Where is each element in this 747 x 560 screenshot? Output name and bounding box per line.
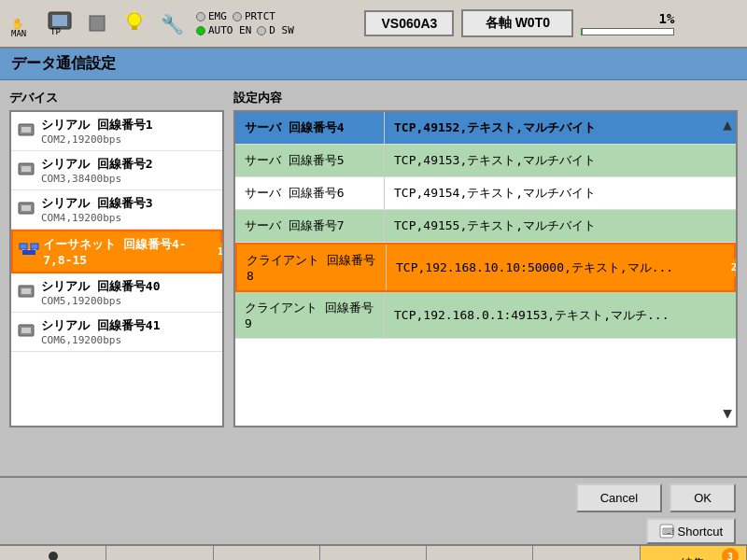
settings-panel-label: 設定内容 <box>233 90 738 106</box>
light-icon <box>118 7 151 40</box>
serial-icon-1 <box>17 120 35 143</box>
row-2-name: サーバ 回線番号6 <box>235 177 385 209</box>
device-name-41: シリアル 回線番号41 <box>41 317 160 334</box>
device-name-2: シリアル 回線番号2 <box>41 156 153 173</box>
device-sub-1: COM2,19200bps <box>41 133 153 146</box>
device-sub-2: COM3,38400bps <box>41 173 153 185</box>
wrench-icon: 🔧 <box>155 7 189 40</box>
device-name-40: シリアル 回線番号40 <box>41 278 160 295</box>
row-5-name: クライアント 回線番号9 <box>235 292 385 338</box>
settings-table: サーバ 回線番号4 TCP,49152,テキスト,マルチバイト サーバ 回線番号… <box>233 110 738 427</box>
row-2-value: TCP,49154,テキスト,マルチバイト <box>385 177 736 209</box>
device-info-3: シリアル 回線番号3 COM4,19200bps <box>41 195 153 224</box>
f3-key[interactable] <box>320 546 427 560</box>
percent-fill <box>582 29 583 35</box>
percent-area: 1% <box>581 11 674 35</box>
stop-button[interactable] <box>80 7 114 40</box>
svg-line-10 <box>125 15 127 17</box>
serial-icon-2 <box>17 160 35 182</box>
svg-text:TP: TP <box>50 27 61 36</box>
svg-rect-20 <box>22 250 35 255</box>
toolbar: ✋ MAN TP 🔧 EMG <box>0 0 747 49</box>
f4-key[interactable] <box>427 546 533 560</box>
funckey-bar: SHIFT 編集 3 <box>0 544 747 560</box>
d-sw-indicator: D SW <box>257 24 294 36</box>
ethernet-info: イーサネット 回線番号4-7,8-15 <box>43 236 215 267</box>
scroll-up-icon[interactable]: ▲ <box>723 116 732 133</box>
svg-rect-27 <box>21 328 31 333</box>
f6-edit-key[interactable]: 編集 3 <box>641 546 747 560</box>
shift-dot <box>49 552 58 561</box>
row-1-name: サーバ 回線番号5 <box>235 145 385 176</box>
scroll-down-icon[interactable]: ▼ <box>723 404 732 422</box>
tp-button[interactable]: TP <box>43 7 77 40</box>
svg-point-6 <box>128 13 141 26</box>
badge-2: 2 <box>725 259 738 277</box>
svg-line-9 <box>142 15 144 17</box>
settings-row-5[interactable]: クライアント 回線番号9 TCP,192.168.0.1:49153,テキスト,… <box>235 292 736 339</box>
device-item-serial41[interactable]: シリアル 回線番号41 COM6,19200bps <box>11 313 222 352</box>
device-name-3: シリアル 回線番号3 <box>41 195 153 212</box>
device-item-serial1[interactable]: シリアル 回線番号1 COM2,19200bps <box>11 112 222 151</box>
row-5-value: TCP,192.168.0.1:49153,テキスト,マルチ... <box>385 300 736 331</box>
row-3-name: サーバ 回線番号7 <box>235 210 385 242</box>
svg-rect-25 <box>21 288 31 294</box>
row-4-name: クライアント 回線番号8 <box>237 245 387 290</box>
header-value: TCP,49152,テキスト,マルチバイト <box>385 112 736 144</box>
svg-rect-15 <box>21 166 31 172</box>
f1-key[interactable] <box>106 546 213 560</box>
device-sub-40: COM5,19200bps <box>41 295 160 307</box>
ethernet-icon <box>19 241 37 263</box>
f5-key[interactable] <box>533 546 640 560</box>
shortcut-icon: ⌨ <box>659 524 674 539</box>
axis-button[interactable]: 各軸 W0T0 <box>461 9 573 37</box>
device-item-serial40[interactable]: シリアル 回線番号40 COM5,19200bps <box>11 273 222 313</box>
row-4-value: TCP,192.168.10.10:50000,テキスト,マル... <box>387 252 734 284</box>
f2-key[interactable] <box>214 546 320 560</box>
emg-indicator: EMG <box>196 10 227 22</box>
row-3-value: TCP,49155,テキスト,マルチバイト <box>385 210 736 242</box>
svg-rect-3 <box>52 15 67 26</box>
settings-row-1[interactable]: サーバ 回線番号5 TCP,49153,テキスト,マルチバイト <box>235 145 736 177</box>
status-group: EMG PRTCT AUTO EN D SW <box>196 10 294 36</box>
ok-button[interactable]: OK <box>669 483 736 512</box>
settings-header-row[interactable]: サーバ 回線番号4 TCP,49152,テキスト,マルチバイト <box>235 112 736 145</box>
man-button[interactable]: ✋ MAN <box>6 7 39 40</box>
device-info-40: シリアル 回線番号40 COM5,19200bps <box>41 278 160 307</box>
toolbar-center: VS060A3 各軸 W0T0 1% <box>364 9 674 37</box>
settings-row-2[interactable]: サーバ 回線番号6 TCP,49154,テキスト,マルチバイト <box>235 177 736 210</box>
percent-bar <box>581 28 674 35</box>
device-info-2: シリアル 回線番号2 COM3,38400bps <box>41 156 153 185</box>
header-name: サーバ 回線番号4 <box>235 112 385 144</box>
svg-rect-13 <box>21 127 31 133</box>
device-panel: デバイス シリアル 回線番号1 COM2,19200bps シリアル 回線番号2… <box>9 90 224 465</box>
bottom-area: Cancel OK ⌨ Shortcut SHIFT 編集 3 <box>0 476 747 560</box>
serial-icon-3 <box>17 199 35 221</box>
row-1-value: TCP,49153,テキスト,マルチバイト <box>385 145 736 176</box>
percent-label: 1% <box>659 11 675 26</box>
model-button[interactable]: VS060A3 <box>364 10 454 36</box>
svg-rect-7 <box>132 26 137 30</box>
shift-key[interactable]: SHIFT <box>0 546 106 560</box>
device-sub-41: COM6,19200bps <box>41 334 160 346</box>
shortcut-button[interactable]: ⌨ Shortcut <box>646 518 736 544</box>
settings-panel: 設定内容 サーバ 回線番号4 TCP,49152,テキスト,マルチバイト サーバ… <box>233 90 738 465</box>
main-content: デバイス シリアル 回線番号1 COM2,19200bps シリアル 回線番号2… <box>0 80 747 474</box>
badge-3: 3 <box>722 548 739 560</box>
settings-row-3[interactable]: サーバ 回線番号7 TCP,49155,テキスト,マルチバイト <box>235 210 736 243</box>
device-panel-label: デバイス <box>9 90 224 106</box>
svg-rect-19 <box>31 244 38 249</box>
serial-icon-40 <box>17 282 35 304</box>
page-title: データ通信設定 <box>0 49 747 80</box>
svg-rect-5 <box>90 16 105 31</box>
device-name-1: シリアル 回線番号1 <box>41 117 153 133</box>
ethernet-name: イーサネット 回線番号4-7,8-15 <box>43 236 215 267</box>
settings-row-4[interactable]: クライアント 回線番号8 TCP,192.168.10.10:50000,テキス… <box>235 243 736 292</box>
device-item-serial2[interactable]: シリアル 回線番号2 COM3,38400bps <box>11 151 222 190</box>
device-sub-3: COM4,19200bps <box>41 212 153 224</box>
cancel-button[interactable]: Cancel <box>576 483 662 512</box>
svg-text:✋: ✋ <box>11 17 24 30</box>
device-item-ethernet[interactable]: イーサネット 回線番号4-7,8-15 1 <box>11 230 222 273</box>
cancel-ok-row: Cancel OK <box>0 478 747 518</box>
device-item-serial3[interactable]: シリアル 回線番号3 COM4,19200bps <box>11 190 222 230</box>
